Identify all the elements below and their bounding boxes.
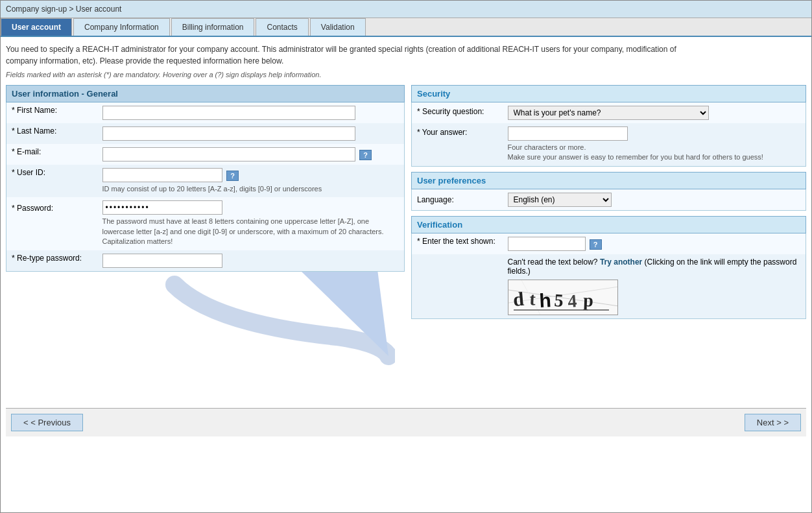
table-row: * First Name: bbox=[6, 102, 405, 123]
security-question-select[interactable]: What is your pet's name? What is your mo… bbox=[508, 106, 709, 120]
user-id-input[interactable] bbox=[102, 168, 222, 182]
first-name-label: * First Name: bbox=[6, 102, 97, 123]
tab-validation[interactable]: Validation bbox=[310, 18, 366, 36]
language-select[interactable]: English (en) French (fr) German (de) Spa… bbox=[508, 193, 612, 207]
captcha-input-cell: ? bbox=[503, 233, 806, 254]
verification-table: * Enter the text shown: ? Can't read the… bbox=[411, 233, 806, 319]
last-name-input[interactable] bbox=[102, 126, 355, 141]
prefs-table: Language: English (en) French (fr) Germa… bbox=[411, 189, 806, 211]
user-id-help-button[interactable]: ? bbox=[226, 171, 239, 181]
navigation-bar: < < Previous Next > > bbox=[6, 408, 806, 436]
tab-contacts[interactable]: Contacts bbox=[256, 18, 308, 36]
last-name-label: * Last Name: bbox=[6, 123, 97, 144]
table-row: Language: English (en) French (fr) Germa… bbox=[412, 189, 806, 211]
try-another-link[interactable]: Try another bbox=[600, 257, 645, 267]
user-id-cell: ? ID may consist of up to 20 letters [A-… bbox=[97, 165, 405, 197]
mandatory-note: Fields marked with an asterisk (*) are m… bbox=[6, 71, 806, 78]
email-cell: ? bbox=[97, 144, 405, 165]
description: You need to specify a REACH-IT administr… bbox=[6, 43, 806, 67]
previous-button[interactable]: < < Previous bbox=[11, 414, 83, 431]
email-help-button[interactable]: ? bbox=[359, 150, 372, 160]
table-row: * E-mail: ? bbox=[6, 144, 405, 165]
tab-company-information[interactable]: Company Information bbox=[73, 18, 170, 36]
security-header: Security bbox=[411, 85, 806, 102]
user-info-table: * First Name: * Last Name: bbox=[6, 102, 405, 272]
answer-cell: Four characters or more. Make sure your … bbox=[503, 123, 806, 166]
retype-password-cell bbox=[97, 250, 405, 272]
first-name-cell bbox=[97, 102, 405, 123]
svg-text:d: d bbox=[512, 287, 525, 309]
security-table: * Security question: What is your pet's … bbox=[411, 102, 806, 167]
captcha-note-label bbox=[412, 254, 503, 319]
table-row: * Your answer: Four characters or more. … bbox=[412, 123, 806, 166]
captcha-help-button[interactable]: ? bbox=[590, 239, 602, 250]
cant-read-text: Can't read the text below? bbox=[508, 257, 598, 267]
language-label: Language: bbox=[412, 189, 503, 211]
page-wrapper: Company sign-up > User account User acco… bbox=[0, 0, 812, 513]
last-name-cell bbox=[97, 123, 405, 144]
svg-text:4: 4 bbox=[567, 291, 577, 311]
breadcrumb-text: Company sign-up > User account bbox=[6, 5, 121, 14]
svg-text:p: p bbox=[582, 290, 593, 311]
security-question-label: * Security question: bbox=[412, 102, 503, 123]
password-cell: The password must have at least 8 letter… bbox=[97, 197, 405, 250]
captcha-note-cell: Can't read the text below? Try another (… bbox=[503, 254, 806, 319]
captcha-input[interactable] bbox=[508, 237, 586, 251]
password-input[interactable] bbox=[102, 200, 222, 215]
user-id-hint: ID may consist of up to 20 letters [A-Z … bbox=[102, 184, 400, 194]
section-general-header: User information - General bbox=[6, 85, 405, 102]
table-row: * User ID: ? ID may consist of up to 20 … bbox=[6, 165, 405, 197]
table-row: Can't read the text below? Try another (… bbox=[412, 254, 806, 319]
svg-text:h: h bbox=[538, 289, 551, 311]
security-question-cell: What is your pet's name? What is your mo… bbox=[503, 102, 806, 123]
user-prefs-header: User preferences bbox=[411, 172, 806, 189]
retype-password-label: * Re-type password: bbox=[6, 250, 97, 272]
user-id-label: * User ID: bbox=[6, 165, 97, 197]
tab-billing-information[interactable]: Billing information bbox=[171, 18, 255, 36]
table-row: * Re-type password: bbox=[6, 250, 405, 272]
arrow-decoration-area bbox=[6, 272, 405, 401]
left-panel: User information - General * First Name: bbox=[6, 85, 405, 401]
table-row: * Last Name: bbox=[6, 123, 405, 144]
form-layout: User information - General * First Name: bbox=[6, 85, 806, 401]
answer-label: * Your answer: bbox=[412, 123, 503, 166]
svg-text:5: 5 bbox=[553, 290, 564, 311]
next-button[interactable]: Next > > bbox=[745, 414, 801, 431]
enter-text-label: * Enter the text shown: bbox=[412, 233, 503, 254]
security-answer-input[interactable] bbox=[508, 126, 628, 141]
breadcrumb: Company sign-up > User account bbox=[1, 1, 811, 18]
arrow-svg bbox=[6, 272, 395, 401]
table-row: * Enter the text shown: ? bbox=[412, 233, 806, 254]
language-cell: English (en) French (fr) German (de) Spa… bbox=[503, 189, 806, 211]
tab-user-account[interactable]: User account bbox=[1, 18, 72, 36]
verification-header: Verification bbox=[411, 216, 806, 233]
retype-password-input[interactable] bbox=[102, 254, 222, 268]
first-name-input[interactable] bbox=[102, 106, 355, 120]
answer-hint: Four characters or more. Make sure your … bbox=[508, 143, 801, 163]
main-content: You need to specify a REACH-IT administr… bbox=[1, 37, 811, 436]
password-label: * Password: bbox=[6, 197, 97, 250]
table-row: * Password: The password must have at le… bbox=[6, 197, 405, 250]
password-hint: The password must have at least 8 letter… bbox=[102, 217, 400, 246]
captcha-image: d t h 5 4 p bbox=[508, 280, 618, 315]
email-label: * E-mail: bbox=[6, 144, 97, 165]
table-row: * Security question: What is your pet's … bbox=[412, 102, 806, 123]
tabs-bar: User account Company Information Billing… bbox=[1, 18, 811, 37]
email-input[interactable] bbox=[102, 147, 355, 161]
right-panel: Security * Security question: What is yo… bbox=[411, 85, 806, 319]
